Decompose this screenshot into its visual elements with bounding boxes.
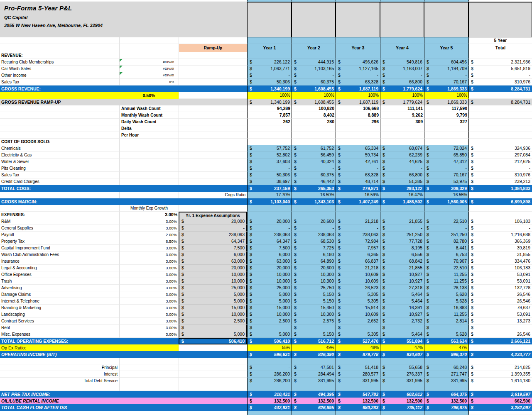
year4-cell[interactable]: $6,556: [380, 251, 424, 258]
year2-cell[interactable]: 100,820: [292, 105, 336, 112]
year4-cell[interactable]: $1,486,502: [380, 198, 424, 205]
section-label[interactable]: REVENUE:: [0, 52, 119, 59]
year2-cell[interactable]: $10,300: [292, 271, 336, 278]
year3-cell[interactable]: $-: [336, 225, 380, 232]
total-cell[interactable]: $79,637: [468, 305, 532, 311]
year5-cell[interactable]: $70,167: [424, 172, 468, 178]
assumption-cell[interactable]: $5,000: [179, 331, 247, 338]
year5-cell[interactable]: $271,747: [424, 371, 468, 378]
year1-cell[interactable]: $286,200: [247, 378, 292, 384]
year3-cell[interactable]: $10,609: [336, 271, 380, 278]
year2-cell[interactable]: $6,180: [292, 251, 336, 258]
total-row-label[interactable]: TOTAL COGS:: [0, 185, 247, 192]
year5-cell[interactable]: 100%: [424, 92, 468, 99]
year3-cell[interactable]: [336, 212, 380, 218]
note-cell[interactable]: [119, 165, 179, 172]
year2-cell[interactable]: [292, 132, 336, 139]
total-cell[interactable]: $1,614,180: [468, 378, 532, 384]
year4-cell[interactable]: [380, 125, 424, 132]
year3-cell[interactable]: $496,626: [336, 59, 380, 66]
year2-cell[interactable]: $20,600: [292, 265, 336, 271]
year2-cell[interactable]: $626,895: [292, 404, 336, 411]
year1-cell[interactable]: $10,000: [247, 271, 292, 278]
year3-cell[interactable]: [336, 37, 380, 44]
year4-cell[interactable]: [380, 139, 424, 145]
year5-cell[interactable]: $1,869,333: [424, 85, 468, 92]
year1-title-cell[interactable]: [247, 2, 292, 37]
total-cell[interactable]: $310,976: [468, 79, 532, 85]
cell[interactable]: [0, 125, 119, 132]
year2-cell[interactable]: $10,300: [292, 278, 336, 285]
total-cell[interactable]: $3,282,097: [468, 404, 532, 411]
year5-cell[interactable]: $22,510: [424, 218, 468, 225]
year1-cell[interactable]: $6,000: [247, 251, 292, 258]
growth-rate-cell[interactable]: 3.00%: [119, 325, 179, 331]
growth-rate-cell[interactable]: 3.00%: [119, 218, 179, 225]
year5-cell[interactable]: $70,907: [424, 258, 468, 265]
year1-cell[interactable]: $-: [247, 165, 292, 172]
total-cell[interactable]: $239,213: [468, 178, 532, 185]
year5-cell[interactable]: $5,628: [424, 291, 468, 298]
note-cell[interactable]: 6%: [119, 79, 179, 85]
cell[interactable]: [179, 364, 247, 371]
year1-cell[interactable]: 17.70%: [247, 192, 292, 198]
year2-cell[interactable]: $15,450: [292, 305, 336, 311]
year3-cell[interactable]: $680,283: [336, 404, 380, 411]
year3-cell[interactable]: $72,984: [336, 238, 380, 245]
cell[interactable]: [179, 344, 247, 351]
year-column-header[interactable]: Year 1: [247, 44, 292, 52]
cell[interactable]: [0, 132, 119, 139]
year-column-header[interactable]: Year 4: [380, 44, 424, 52]
row-label[interactable]: Wash Club Administration Fees: [0, 251, 119, 258]
year3-cell[interactable]: $42,761: [336, 159, 380, 165]
year5-cell[interactable]: $82,780: [424, 238, 468, 245]
year1-cell[interactable]: $506,410: [247, 338, 292, 344]
year5-cell[interactable]: [424, 384, 468, 391]
year4-cell[interactable]: 100%: [380, 92, 424, 99]
year2-cell[interactable]: $68,530: [292, 238, 336, 245]
year1-cell[interactable]: $57,752: [247, 145, 292, 152]
year4-cell[interactable]: $1,163,007: [380, 66, 424, 72]
year1-cell[interactable]: $442,931: [247, 404, 292, 411]
cell[interactable]: [119, 52, 179, 59]
year2-cell[interactable]: $20,600: [292, 218, 336, 225]
ramp-up-header[interactable]: Ramp-Up: [179, 44, 247, 52]
total-cell[interactable]: $8,284,731: [468, 85, 532, 92]
year2-cell[interactable]: [292, 384, 336, 391]
row-label[interactable]: Landscaping: [0, 311, 119, 318]
row-label[interactable]: Total Debt Service: [0, 378, 119, 384]
year3-cell[interactable]: 106,668: [336, 105, 380, 112]
year4-cell[interactable]: [380, 52, 424, 59]
total-cell[interactable]: [468, 119, 532, 125]
year1-cell[interactable]: $238,063: [247, 232, 292, 238]
year4-cell[interactable]: $2,732: [380, 318, 424, 325]
year2-cell[interactable]: $132,500: [292, 398, 336, 404]
total-cell[interactable]: [468, 384, 532, 391]
year2-cell[interactable]: $-: [292, 325, 336, 331]
assumption-cell[interactable]: $63,000: [179, 258, 247, 265]
growth-rate-cell[interactable]: 3.00%: [119, 305, 179, 311]
year4-cell[interactable]: $735,112: [380, 404, 424, 411]
year4-cell[interactable]: $68,842: [380, 258, 424, 265]
row-label[interactable]: Insurance: [0, 258, 119, 265]
year3-cell[interactable]: $132,500: [336, 398, 380, 404]
year4-cell[interactable]: [380, 37, 424, 44]
year1-cell[interactable]: $237,159: [247, 185, 292, 192]
growth-rate-cell[interactable]: 6.50%: [119, 238, 179, 245]
year2-cell[interactable]: [292, 205, 336, 212]
row-label[interactable]: Monthly Exp Growth: [119, 205, 179, 212]
row-label[interactable]: Payroll: [0, 232, 119, 238]
year2-cell[interactable]: $-: [292, 225, 336, 232]
year1-cell[interactable]: $-: [247, 225, 292, 232]
year1-cell[interactable]: [247, 212, 292, 218]
year4-cell[interactable]: 111,141: [380, 105, 424, 112]
year3-cell[interactable]: $10,609: [336, 311, 380, 318]
year4-cell[interactable]: $8,195: [380, 245, 424, 251]
cell[interactable]: [0, 384, 119, 391]
total-cell[interactable]: [468, 192, 532, 198]
cell[interactable]: [179, 112, 247, 119]
total-cell[interactable]: [468, 112, 532, 119]
year2-cell[interactable]: $265,353: [292, 185, 336, 192]
year5-cell[interactable]: $1,560,005: [424, 198, 468, 205]
total-cell[interactable]: $6,899,898: [468, 198, 532, 205]
